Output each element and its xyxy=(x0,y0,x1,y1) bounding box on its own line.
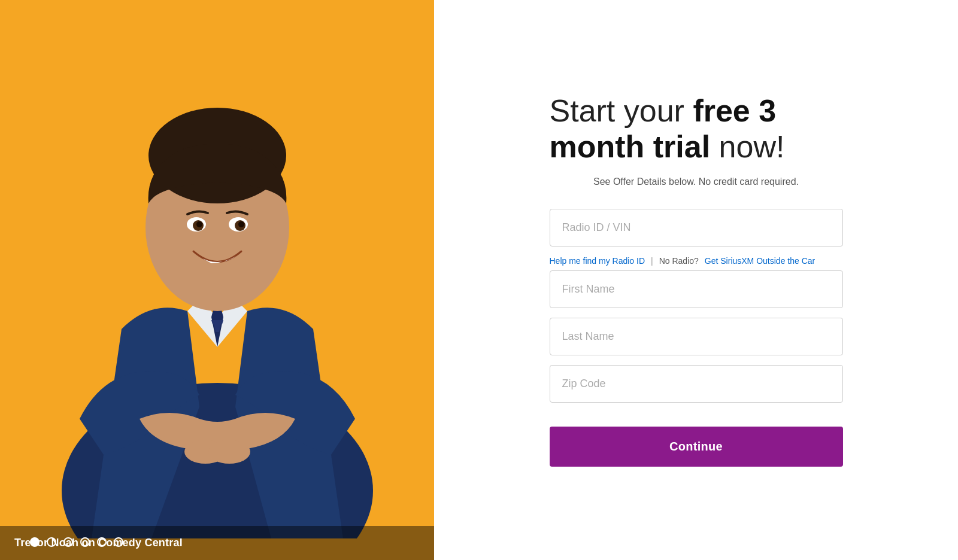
svg-point-9 xyxy=(238,221,244,227)
headline-part3: now! xyxy=(710,129,784,164)
subtext: See Offer Details below. No credit card … xyxy=(550,176,843,187)
dot-5[interactable] xyxy=(97,537,107,547)
person-image xyxy=(32,0,403,538)
headline-part2: month trial xyxy=(550,129,711,164)
headline-bold1: free 3 xyxy=(693,93,776,128)
caption-bar: Trevor Noah on Comedy Central xyxy=(0,526,434,560)
headline-part1: Start your xyxy=(550,93,693,128)
first-name-group xyxy=(550,270,843,308)
carousel-dots[interactable] xyxy=(30,537,123,547)
last-name-group xyxy=(550,318,843,355)
helper-links: Help me find my Radio ID | No Radio? Get… xyxy=(550,256,843,266)
radio-id-group xyxy=(550,209,843,246)
dot-1[interactable] xyxy=(30,537,40,547)
separator: | xyxy=(651,256,653,266)
radio-id-input[interactable] xyxy=(550,209,843,246)
svg-point-11 xyxy=(208,440,250,464)
dot-4[interactable] xyxy=(80,537,90,547)
svg-point-8 xyxy=(196,221,202,227)
dot-2[interactable] xyxy=(47,537,56,547)
last-name-input[interactable] xyxy=(550,318,843,355)
help-find-radio-id-link[interactable]: Help me find my Radio ID xyxy=(550,256,645,266)
dot-6[interactable] xyxy=(114,537,123,547)
right-panel: Start your free 3 month trial now! See O… xyxy=(434,0,958,560)
first-name-input[interactable] xyxy=(550,270,843,308)
form-container: Start your free 3 month trial now! See O… xyxy=(550,93,843,467)
zip-code-group xyxy=(550,365,843,403)
left-panel: Trevor Noah on Comedy Central xyxy=(0,0,434,560)
no-radio-text: No Radio? xyxy=(659,256,699,266)
zip-code-input[interactable] xyxy=(550,365,843,403)
continue-button[interactable]: Continue xyxy=(550,427,843,467)
dot-3[interactable] xyxy=(63,537,73,547)
get-siriusxm-outside-link[interactable]: Get SiriusXM Outside the Car xyxy=(705,256,815,266)
headline: Start your free 3 month trial now! xyxy=(550,93,843,165)
